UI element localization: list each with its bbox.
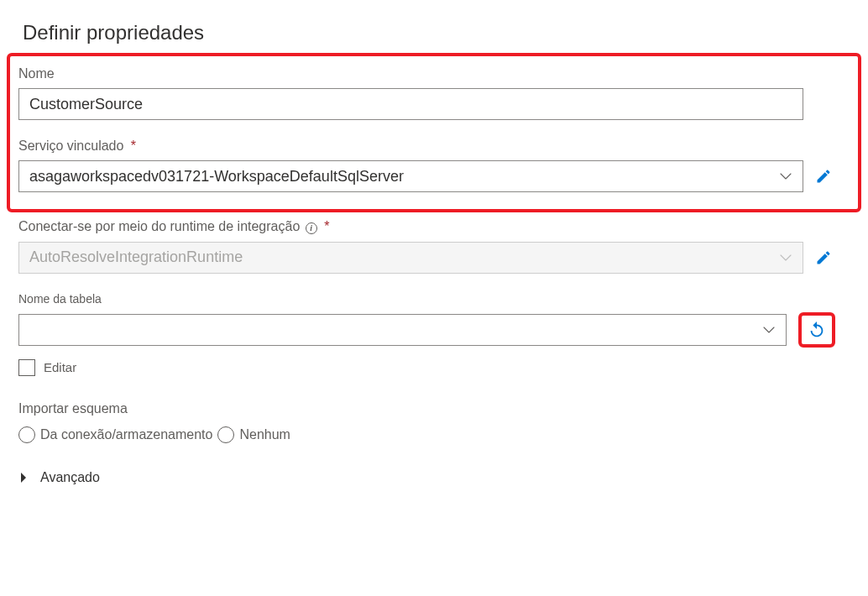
advanced-label: Avançado: [40, 470, 100, 485]
required-asterisk: *: [131, 139, 136, 153]
pencil-icon: [815, 168, 832, 185]
table-name-group: Nome da tabela Editar: [18, 292, 850, 376]
import-schema-radio-none-label: Nenhum: [239, 427, 290, 442]
page-title: Definir propriedades: [23, 21, 850, 44]
name-group: Nome: [18, 66, 850, 120]
import-schema-label: Importar esquema: [18, 401, 850, 416]
info-icon-wrapper: i: [306, 219, 317, 234]
import-schema-radio-none[interactable]: [217, 426, 234, 443]
edit-checkbox-row: Editar: [18, 359, 850, 376]
chevron-down-icon: [762, 323, 776, 337]
info-icon[interactable]: i: [306, 222, 317, 234]
refresh-highlight: [798, 312, 835, 348]
table-name-input-row: [18, 312, 850, 348]
integration-runtime-label: Conectar-se por meio do runtime de integ…: [18, 219, 850, 235]
refresh-icon: [808, 321, 826, 339]
integration-runtime-group: Conectar-se por meio do runtime de integ…: [18, 219, 850, 274]
advanced-toggle[interactable]: Avançado: [18, 470, 850, 485]
chevron-down-icon: [779, 170, 792, 183]
linked-service-label-text: Serviço vinculado: [18, 139, 123, 153]
name-label: Nome: [18, 66, 850, 81]
name-input-row: [18, 88, 850, 120]
linked-service-label: Serviço vinculado *: [18, 139, 850, 154]
import-schema-radio-row: Da conexão/armazenamento Nenhum: [18, 426, 850, 443]
import-schema-group: Importar esquema Da conexão/armazenament…: [18, 401, 850, 443]
table-name-refresh-button[interactable]: [808, 321, 826, 339]
integration-runtime-edit-button[interactable]: [813, 248, 834, 268]
edit-checkbox-label: Editar: [44, 360, 76, 374]
linked-service-dropdown[interactable]: asagaworkspacedv031721-WorkspaceDefaultS…: [18, 160, 803, 192]
edit-checkbox[interactable]: [18, 359, 35, 376]
integration-runtime-dropdown: AutoResolveIntegrationRuntime: [18, 242, 803, 274]
required-asterisk: *: [324, 219, 329, 233]
import-schema-radio-connection[interactable]: [18, 426, 35, 443]
pencil-icon: [815, 249, 832, 266]
table-name-dropdown[interactable]: [18, 314, 787, 346]
linked-service-input-row: asagaworkspacedv031721-WorkspaceDefaultS…: [18, 160, 850, 192]
chevron-down-icon: [779, 251, 792, 264]
import-schema-radio-connection-label: Da conexão/armazenamento: [40, 427, 212, 442]
name-input[interactable]: [18, 88, 803, 120]
integration-runtime-label-text: Conectar-se por meio do runtime de integ…: [18, 219, 300, 233]
linked-service-edit-button[interactable]: [813, 166, 834, 186]
linked-service-group: Serviço vinculado * asagaworkspacedv0317…: [18, 139, 850, 192]
chevron-right-icon: [18, 472, 29, 484]
integration-runtime-value: AutoResolveIntegrationRuntime: [29, 248, 779, 266]
linked-service-value: asagaworkspacedv031721-WorkspaceDefaultS…: [29, 168, 779, 186]
table-name-label: Nome da tabela: [18, 292, 850, 306]
highlighted-form-section: Nome Serviço vinculado * asagaworkspaced…: [7, 53, 861, 212]
integration-runtime-input-row: AutoResolveIntegrationRuntime: [18, 242, 850, 274]
